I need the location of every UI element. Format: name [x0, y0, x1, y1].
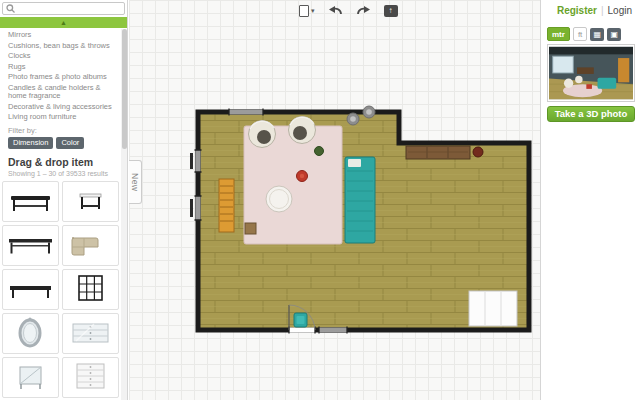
new-design-tab[interactable]: New	[129, 160, 142, 204]
window-left-1[interactable]	[195, 150, 202, 172]
category-collapse-bar[interactable]: ▲	[0, 17, 127, 28]
undo-button[interactable]	[328, 5, 343, 17]
floorplan-drawing[interactable]	[129, 0, 540, 400]
product-thumbnail-side-table-glass[interactable]	[2, 357, 59, 398]
bookshelf-orange[interactable]	[219, 179, 234, 232]
units-toolbar: mtr ft ▦ ▣	[547, 27, 621, 41]
caret-down-icon: ▾	[311, 7, 315, 15]
register-link[interactable]: Register	[557, 5, 597, 16]
product-thumbnail-side-table-black[interactable]	[62, 181, 119, 222]
coffee-table-black-image	[4, 183, 57, 220]
coffee-table-low-black-image	[4, 271, 57, 308]
metric-units-button[interactable]: mtr	[547, 27, 570, 41]
walls-icon: ▣	[611, 30, 619, 39]
canvas-toolbar: ▾ ↑	[299, 2, 398, 19]
sectional-rug-white[interactable]	[469, 291, 517, 326]
floorplan-canvas[interactable]: ▾ ↑	[129, 0, 540, 400]
filter-by-label: Filter by:	[8, 126, 127, 135]
product-thumbnail-coffee-table-low-black[interactable]	[2, 269, 59, 310]
login-link[interactable]: Login	[608, 5, 632, 16]
window-bottom[interactable]	[319, 327, 347, 334]
corner-sofa-beige-image	[64, 227, 117, 264]
sideboard-wood[interactable]	[406, 146, 470, 159]
dimension-filter-button[interactable]: Dimension	[8, 137, 53, 149]
new-tab-label: New	[130, 173, 140, 192]
auth-divider: |	[601, 5, 604, 16]
daybed-teal[interactable]	[345, 157, 375, 243]
dresser-mirrored-image	[64, 315, 117, 352]
product-thumbnail-corner-sofa-beige[interactable]	[62, 225, 119, 266]
stool-gray-2[interactable]	[363, 106, 375, 118]
bowl-dark-red[interactable]	[473, 147, 483, 157]
product-thumbnail-cube-shelving-black[interactable]	[62, 269, 119, 310]
side-table-wood[interactable]	[245, 223, 256, 234]
chair-teal-door[interactable]	[294, 313, 307, 327]
grid-icon: ▦	[594, 30, 602, 39]
sidebar-scrollbar[interactable]	[121, 29, 127, 400]
chest-of-drawers-white-image	[64, 359, 117, 396]
3d-preview-image	[549, 46, 633, 100]
redo-button[interactable]	[356, 5, 371, 17]
category-item-living-room[interactable]: Living room furniture	[0, 112, 118, 123]
collapse-arrow-icon: ▲	[60, 19, 67, 26]
sidebar-scrollbar-thumb[interactable]	[122, 29, 127, 149]
category-item-candles[interactable]: Candles & candle holders & home fragranc…	[0, 83, 118, 102]
product-thumbnail-dresser-mirrored[interactable]	[62, 313, 119, 354]
category-item-rugs[interactable]: Rugs	[0, 62, 118, 73]
stool-gray-1[interactable]	[347, 113, 359, 125]
console-table-dark-image	[4, 227, 57, 264]
cube-shelving-black-image	[64, 271, 117, 308]
auth-links: Register | Login	[557, 5, 632, 16]
drag-drop-title: Drag & drop item	[8, 156, 127, 168]
stool-red[interactable]	[297, 171, 308, 182]
category-item-clocks[interactable]: Clocks	[0, 51, 118, 62]
armchair-white-2[interactable]	[289, 117, 316, 144]
category-item-mirrors[interactable]: Mirrors	[0, 30, 118, 41]
imperial-units-button[interactable]: ft	[573, 27, 587, 41]
walls-toggle-button[interactable]: ▣	[607, 28, 621, 41]
new-document-icon	[299, 5, 309, 17]
radiator-1	[190, 153, 193, 169]
grid-toggle-button[interactable]: ▦	[590, 28, 604, 41]
side-table-glass-image	[4, 359, 57, 396]
take-3d-photo-button[interactable]: Take a 3D photo	[547, 106, 635, 122]
search-input[interactable]	[17, 4, 117, 13]
filter-buttons-row: Dimension Color	[8, 137, 127, 149]
category-item-photo-frames[interactable]: Photo frames & photo albums	[0, 72, 118, 83]
radiator-2	[190, 199, 193, 217]
share-design-button[interactable]: ↑	[384, 5, 398, 17]
undo-icon	[328, 5, 343, 17]
results-count-text: Showing 1 – 30 of 39533 results	[8, 170, 127, 177]
share-icon: ↑	[384, 5, 398, 17]
right-panel: Register | Login mtr ft ▦ ▣	[540, 0, 640, 400]
window-top[interactable]	[229, 109, 263, 116]
search-box[interactable]	[2, 2, 125, 15]
mirror-ornate-silver-image	[4, 315, 57, 352]
room-planner-app: ▲ Mirrors Cushions, bean bags & throws C…	[0, 0, 640, 400]
side-table-black-image	[64, 183, 117, 220]
category-list: Mirrors Cushions, bean bags & throws Clo…	[0, 30, 118, 123]
round-table-white[interactable]	[266, 186, 292, 212]
category-item-decorative[interactable]: Decorative & living accessories	[0, 102, 118, 113]
color-filter-button[interactable]: Color	[56, 137, 84, 149]
plant-pot[interactable]	[315, 147, 324, 156]
3d-preview[interactable]	[547, 44, 635, 102]
catalog-sidebar: ▲ Mirrors Cushions, bean bags & throws C…	[0, 0, 128, 400]
search-icon	[6, 4, 15, 13]
redo-icon	[356, 5, 371, 17]
new-document-button[interactable]: ▾	[299, 5, 315, 17]
product-grid	[2, 181, 127, 398]
category-item-cushions[interactable]: Cushions, bean bags & throws	[0, 41, 118, 52]
product-thumbnail-coffee-table-black[interactable]	[2, 181, 59, 222]
product-thumbnail-console-table-dark[interactable]	[2, 225, 59, 266]
product-thumbnail-chest-of-drawers-white[interactable]	[62, 357, 119, 398]
window-left-2[interactable]	[195, 196, 202, 220]
product-thumbnail-mirror-ornate-silver[interactable]	[2, 313, 59, 354]
armchair-white-1[interactable]	[249, 121, 276, 148]
